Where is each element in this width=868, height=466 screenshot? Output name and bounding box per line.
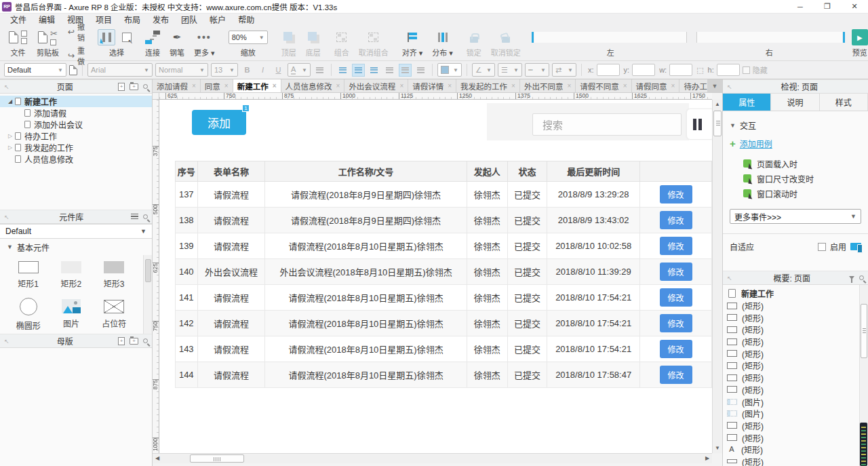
edit-button[interactable]: 修改 bbox=[660, 211, 692, 229]
tab-close-icon[interactable] bbox=[273, 82, 277, 90]
add-folder-icon[interactable]: + bbox=[130, 83, 138, 90]
undo-button[interactable]: ↩撤销 bbox=[68, 21, 85, 43]
more-tools[interactable]: ••• 更多 ▾ bbox=[189, 27, 220, 60]
align-button[interactable]: 对齐 ▾ bbox=[397, 27, 428, 60]
tab-close-icon[interactable] bbox=[671, 82, 675, 90]
align-middle-button[interactable] bbox=[399, 64, 412, 77]
document-tab[interactable]: 人员信息修改 bbox=[281, 79, 345, 92]
canvas-horizontal-scrollbar[interactable]: ◀ ▶ bbox=[153, 453, 712, 463]
tab-close-icon[interactable] bbox=[224, 82, 229, 90]
edit-button[interactable]: 修改 bbox=[660, 185, 692, 203]
italic-button[interactable]: I bbox=[256, 64, 269, 77]
line-style-select[interactable]: ┅▼ bbox=[525, 63, 549, 77]
filter-icon[interactable] bbox=[849, 276, 854, 279]
page-event-item[interactable]: 页面载入时 bbox=[743, 156, 868, 171]
more-events-select[interactable]: 更多事件>>> ▼ bbox=[730, 209, 861, 224]
page-item-personnel-edit[interactable]: 人员信息修改 bbox=[0, 153, 152, 165]
widget-item[interactable]: 图片 bbox=[50, 294, 92, 334]
collapse-panel-icon[interactable]: ↖ bbox=[727, 275, 732, 281]
tab-close-icon[interactable] bbox=[511, 82, 515, 90]
tab-close-icon[interactable] bbox=[399, 82, 403, 90]
distribute-button[interactable]: 分布 ▾ bbox=[427, 27, 458, 60]
horizontal-scroll-thumb[interactable] bbox=[190, 454, 244, 463]
widget-section-header[interactable]: ▼ 基本元件 bbox=[0, 239, 152, 255]
document-tab[interactable]: 请假不同意 bbox=[576, 79, 631, 92]
inspector-tab[interactable]: 说明 bbox=[771, 94, 819, 111]
font-size-select[interactable]: 13▼ bbox=[211, 63, 238, 77]
page-event-item[interactable]: 窗口滚动时 bbox=[743, 186, 868, 201]
document-tab[interactable]: 我发起的工作 bbox=[456, 79, 520, 92]
widget-scrollbar[interactable] bbox=[143, 255, 152, 334]
adaptive-views-icon[interactable] bbox=[850, 243, 861, 250]
align-center-button[interactable] bbox=[352, 64, 365, 77]
tab-close-icon[interactable] bbox=[623, 82, 627, 90]
search-input[interactable]: 搜索 bbox=[532, 113, 682, 136]
x-input[interactable] bbox=[597, 64, 620, 76]
aspect-lock-icon[interactable]: ⬚ bbox=[696, 66, 703, 75]
align-left-button[interactable] bbox=[336, 64, 349, 77]
menu-icon[interactable] bbox=[131, 214, 138, 220]
arrow-style-select[interactable]: ⇄▼ bbox=[552, 63, 576, 77]
outline-scroll-thumb[interactable] bbox=[861, 304, 867, 358]
group-button[interactable]: 组合 bbox=[330, 27, 354, 60]
inspector-tab[interactable]: 属性 bbox=[723, 94, 771, 111]
zoom-select[interactable]: 80%▼ bbox=[229, 31, 268, 44]
document-tab[interactable]: 添加请假 bbox=[153, 79, 201, 92]
preview-button[interactable]: ▶ 预览 bbox=[847, 27, 868, 60]
outline-item[interactable]: (矩形) bbox=[727, 420, 868, 432]
inspector-tab[interactable]: 样式 bbox=[820, 94, 868, 111]
page-item-todo-work[interactable]: ▷待办工作 bbox=[0, 130, 152, 142]
outline-item[interactable]: (图片) bbox=[727, 408, 868, 420]
bullet-list-button[interactable] bbox=[313, 64, 326, 77]
scroll-left-icon[interactable]: ◀ bbox=[153, 454, 162, 463]
widget-item[interactable]: 矩形1 bbox=[7, 255, 50, 294]
search-icon[interactable] bbox=[143, 84, 148, 89]
outline-item[interactable]: (矩形) bbox=[727, 444, 868, 456]
tab-close-icon[interactable] bbox=[567, 82, 571, 90]
collapse-panel-icon[interactable]: ↖ bbox=[4, 338, 9, 345]
edit-button[interactable]: 修改 bbox=[660, 237, 692, 255]
document-tab[interactable]: 请假同意 bbox=[632, 79, 680, 92]
collapsed-icon[interactable]: ▷ bbox=[5, 133, 15, 139]
w-input[interactable] bbox=[669, 64, 692, 76]
scroll-right-icon[interactable]: ▶ bbox=[703, 454, 712, 463]
scroll-up-icon[interactable]: ▲ bbox=[713, 100, 722, 109]
add-case-link[interactable]: 添加用例 bbox=[740, 138, 772, 149]
tab-overflow-button[interactable]: ▼ bbox=[707, 79, 722, 92]
collapsed-icon[interactable]: ▷ bbox=[5, 144, 15, 151]
search-icon[interactable] bbox=[859, 275, 864, 280]
align-bottom-button[interactable] bbox=[414, 64, 427, 77]
add-folder-icon[interactable]: + bbox=[130, 338, 138, 345]
tab-close-icon[interactable] bbox=[448, 82, 452, 90]
underline-button[interactable]: U bbox=[272, 64, 285, 77]
edit-button[interactable]: 修改 bbox=[660, 263, 692, 281]
outline-item[interactable]: (矩形) bbox=[727, 324, 868, 336]
align-right-button[interactable] bbox=[368, 64, 380, 77]
edit-style-icon[interactable] bbox=[69, 65, 77, 75]
interaction-section-header[interactable]: ▼ 交互 bbox=[723, 111, 868, 131]
canvas-vertical-scrollbar[interactable]: ▲ ▼ bbox=[712, 100, 722, 453]
outline-item[interactable]: 新建工作 bbox=[727, 288, 868, 300]
menu-item[interactable]: 布局 bbox=[118, 14, 146, 27]
document-tab[interactable]: 外出会议流程 bbox=[344, 79, 408, 92]
widget-style-select[interactable]: Default▼ bbox=[4, 63, 66, 77]
minimize-button[interactable]: ─ bbox=[787, 0, 814, 13]
search-icon[interactable] bbox=[143, 214, 148, 219]
outline-item[interactable]: (矩形) bbox=[727, 311, 868, 324]
align-left-edge-button[interactable]: 左 bbox=[530, 27, 692, 60]
font-color-select[interactable]: A▼ bbox=[288, 63, 311, 77]
document-tab[interactable]: 待办工作 bbox=[679, 79, 707, 92]
align-top-button[interactable] bbox=[383, 64, 396, 77]
pen-tool[interactable]: ✒ 钢笔 bbox=[165, 27, 189, 60]
select-mode-tools[interactable]: 选择 bbox=[93, 27, 140, 60]
enable-checkbox[interactable] bbox=[818, 243, 826, 251]
page-event-item[interactable]: 窗口尺寸改变时 bbox=[743, 171, 868, 186]
send-back-button[interactable]: 底层 bbox=[301, 27, 326, 60]
select-contain-button[interactable] bbox=[118, 29, 136, 45]
edit-button[interactable]: 修改 bbox=[660, 340, 692, 358]
lock-button[interactable]: 锁定 bbox=[462, 27, 486, 60]
document-tab[interactable]: 外出不同意 bbox=[520, 79, 576, 92]
font-weight-select[interactable]: Normal▼ bbox=[155, 63, 208, 77]
outline-item[interactable]: (矩形) bbox=[727, 300, 868, 312]
close-button[interactable]: ✕ bbox=[841, 0, 868, 13]
